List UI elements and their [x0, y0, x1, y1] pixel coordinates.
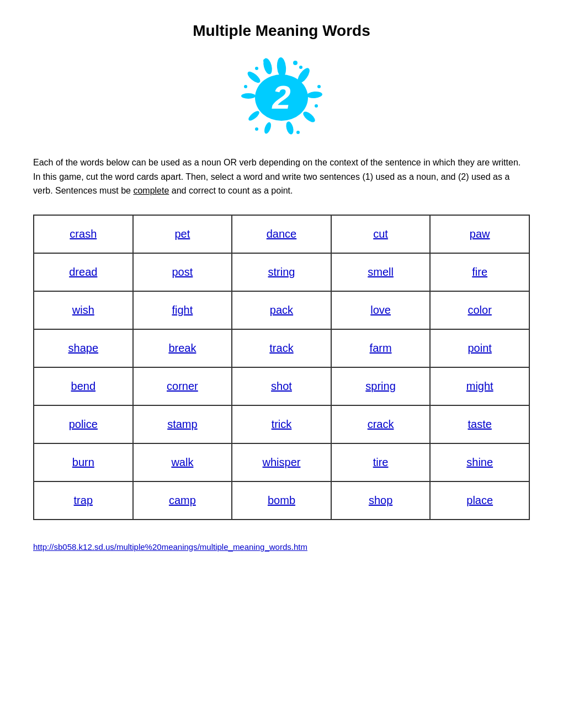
word-item[interactable]: color — [468, 304, 492, 316]
grid-cell: farm — [331, 329, 431, 367]
svg-point-12 — [299, 66, 302, 69]
word-item[interactable]: walk — [171, 456, 193, 468]
word-item[interactable]: camp — [169, 494, 196, 506]
splash-image: 2 — [33, 51, 530, 139]
grid-cell: trick — [232, 405, 331, 443]
svg-point-6 — [263, 121, 273, 135]
word-item[interactable]: might — [466, 380, 493, 392]
grid-cell: love — [331, 291, 431, 329]
svg-point-16 — [255, 67, 258, 70]
word-item[interactable]: shine — [466, 456, 493, 468]
grid-cell: track — [232, 329, 331, 367]
word-item[interactable]: paw — [470, 228, 490, 240]
grid-cell: wish — [34, 291, 133, 329]
svg-point-8 — [241, 93, 256, 99]
grid-cell: shop — [331, 481, 431, 520]
word-item[interactable]: fight — [172, 304, 193, 316]
grid-cell: post — [133, 253, 232, 291]
word-item[interactable]: smell — [368, 266, 394, 278]
word-item[interactable]: love — [370, 304, 391, 316]
word-item[interactable]: cut — [373, 228, 388, 240]
word-item[interactable]: crack — [368, 418, 394, 430]
svg-point-15 — [263, 59, 267, 62]
grid-cell: taste — [430, 405, 529, 443]
svg-point-7 — [247, 109, 261, 122]
svg-point-19 — [255, 127, 258, 131]
word-item[interactable]: burn — [72, 456, 94, 468]
description-text: Each of the words below can be used as a… — [33, 156, 530, 198]
grid-cell: bomb — [232, 481, 331, 520]
grid-cell: paw — [430, 215, 529, 253]
word-item[interactable]: fire — [472, 266, 487, 278]
grid-cell: whisper — [232, 443, 331, 481]
grid-cell: smell — [331, 253, 431, 291]
grid-cell: cut — [331, 215, 431, 253]
grid-cell: shine — [430, 443, 529, 481]
word-item[interactable]: stamp — [167, 418, 197, 430]
word-item[interactable]: trap — [74, 494, 93, 506]
grid-cell: crack — [331, 405, 431, 443]
grid-cell: police — [34, 405, 133, 443]
grid-cell: camp — [133, 481, 232, 520]
grid-cell: shot — [232, 367, 331, 405]
grid-cell: dread — [34, 253, 133, 291]
grid-cell: place — [430, 481, 529, 520]
svg-point-5 — [285, 121, 295, 135]
svg-point-18 — [296, 131, 300, 134]
grid-cell: corner — [133, 367, 232, 405]
word-item[interactable]: police — [69, 418, 98, 430]
word-item[interactable]: trick — [272, 418, 292, 430]
grid-cell: fire — [430, 253, 529, 291]
svg-point-17 — [244, 85, 247, 88]
word-grid: crashpetdancecutpawdreadpoststringsmellf… — [33, 215, 530, 520]
word-item[interactable]: shape — [68, 342, 99, 354]
grid-cell: burn — [34, 443, 133, 481]
word-item[interactable]: post — [172, 266, 193, 278]
svg-point-3 — [307, 91, 323, 99]
svg-point-1 — [276, 57, 286, 77]
grid-cell: dance — [232, 215, 331, 253]
footer-link[interactable]: http://sb058.k12.sd.us/multiple%20meanin… — [33, 542, 530, 552]
svg-point-9 — [246, 69, 262, 84]
word-item[interactable]: tire — [373, 456, 389, 468]
grid-cell: point — [430, 329, 529, 367]
grid-cell: might — [430, 367, 529, 405]
grid-cell: walk — [133, 443, 232, 481]
grid-cell: trap — [34, 481, 133, 520]
word-item[interactable]: whisper — [263, 456, 301, 468]
word-item[interactable]: break — [168, 342, 196, 354]
word-item[interactable]: dance — [267, 228, 297, 240]
word-item[interactable]: pet — [174, 228, 190, 240]
word-item[interactable]: track — [269, 342, 293, 354]
page-title: Multiple Meaning Words — [33, 22, 530, 40]
grid-cell: spring — [331, 367, 431, 405]
word-item[interactable]: bend — [71, 380, 96, 392]
grid-cell: shape — [34, 329, 133, 367]
grid-cell: stamp — [133, 405, 232, 443]
word-item[interactable]: point — [468, 342, 492, 354]
word-item[interactable]: shot — [271, 380, 292, 392]
word-item[interactable]: wish — [72, 304, 94, 316]
word-item[interactable]: corner — [167, 380, 198, 392]
svg-point-13 — [317, 85, 321, 88]
word-item[interactable]: farm — [370, 342, 392, 354]
svg-text:2: 2 — [272, 79, 290, 116]
grid-cell: color — [430, 291, 529, 329]
word-item[interactable]: taste — [468, 418, 492, 430]
word-item[interactable]: bomb — [268, 494, 295, 506]
word-item[interactable]: shop — [369, 494, 392, 506]
grid-cell: crash — [34, 215, 133, 253]
grid-cell: fight — [133, 291, 232, 329]
word-item[interactable]: spring — [365, 380, 395, 392]
word-item[interactable]: place — [466, 494, 493, 506]
grid-cell: string — [232, 253, 331, 291]
svg-point-11 — [293, 61, 298, 65]
grid-cell: pet — [133, 215, 232, 253]
grid-cell: pack — [232, 291, 331, 329]
word-item[interactable]: pack — [270, 304, 293, 316]
word-item[interactable]: crash — [70, 228, 97, 240]
word-item[interactable]: string — [268, 266, 295, 278]
svg-point-14 — [315, 104, 318, 108]
grid-cell: tire — [331, 443, 431, 481]
word-item[interactable]: dread — [69, 266, 97, 278]
